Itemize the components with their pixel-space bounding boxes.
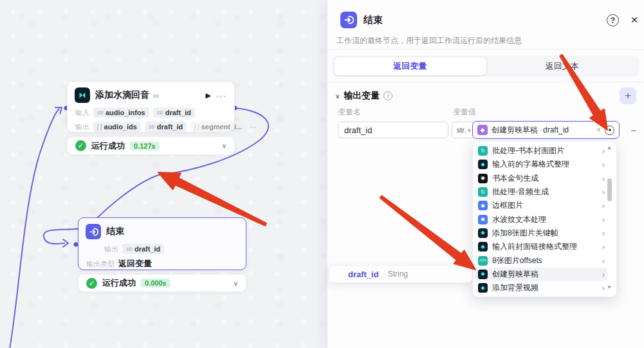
linked-workflow-icon: ∞ [153,91,159,100]
close-icon[interactable]: × [627,12,642,28]
reference-value-text: 创建剪映草稿·draft_id [492,125,569,136]
variable-name: audio_ids [104,123,137,131]
dropdown-item-label: 水波纹文本处理 [492,214,598,225]
variable-name: draft_id [157,123,183,131]
column-variable-value: 变量值 [453,107,476,118]
expand-chevron-icon[interactable]: ∨ [234,280,238,287]
dropdown-item[interactable]: ↻ 批处理-音频生成 › [475,185,607,199]
remove-variable-button[interactable]: − [629,125,639,135]
submenu-variable-type: String [388,270,408,279]
run-node-button[interactable]: ▶ [206,91,211,100]
submenu-variable-name[interactable]: draft_id [348,270,379,279]
column-variable-name: 变量名 [338,107,361,118]
bot-black-icon: ◉ [478,174,488,183]
variable-pill: str draft_id [122,244,164,254]
dropdown-item[interactable]: ◆ 输入前封面链接格式整理 › [475,240,607,253]
dropdown-item-label: 输入前的字幕格式整理 [492,159,598,170]
code-icon: </> [478,256,488,266]
dropdown-item-label: 8张图片offsets [492,255,598,266]
return-mode-tabs: 返回变量 返回文本 [333,56,639,77]
type-prefix: str [97,109,104,116]
node2-output-type-label: 输出类型 [86,259,115,269]
dropdown-item[interactable]: ◆ 添加8张图片关键帧 › [475,226,607,240]
variable-name: segment_i... [201,123,243,131]
dropdown-item[interactable]: ◆ 添加背景视频 › [475,281,607,295]
node-end[interactable]: 结束 输出 str draft_id 输出类型 返回变量 [78,217,246,270]
capcut-icon: ◆ [478,228,488,238]
panel-header: 结束 ? × 工作流的最终节点，用于返回工作流运行后的结果信息 [327,0,644,49]
chevron-down-icon: ∨ [467,127,471,133]
node2-status-text: 运行成功 [102,277,136,289]
type-prefix: [ ] [194,124,199,130]
output-variables-title: 输出变量 [344,90,380,102]
dropdown-item[interactable]: ◆ 创建剪映草稿 › [475,268,607,281]
type-select-value: str. [457,126,466,134]
dropdown-item[interactable]: </> 8张图片offsets › [475,253,607,267]
end-node-icon [86,224,101,239]
chevron-right-icon: › [602,174,605,183]
node1-status-bar[interactable]: ✓ 运行成功 0.127s ∨ [67,136,235,155]
dropdown-item-label: 输入前封面链接格式整理 [492,241,598,252]
variable-name: draft_id [134,245,160,253]
dropdown-item[interactable]: ◉ 边框图片 › [475,199,607,212]
output-overflow-dots[interactable]: ⋯ [250,123,257,131]
chevron-right-icon: › [602,160,605,169]
node2-status-bar[interactable]: ✓ 运行成功 0.000s ∨ [78,274,246,292]
ref-node-icon: ◆ [477,125,488,135]
capcut-icon: ◆ [478,160,488,169]
tab-return-variables[interactable]: 返回变量 [334,57,486,75]
capcut-node-icon [75,87,90,103]
chevron-right-icon: › [602,256,605,266]
dropdown-item-label: 添加背景视频 [492,282,598,293]
variable-value-reference-field[interactable]: ◆ 创建剪映草稿·draft_id × [472,121,620,139]
chevron-right-icon: › [602,228,605,238]
panel-subtitle: 工作流的最终节点，用于返回工作流运行后的结果信息 [336,35,522,46]
node-reference-dropdown: ↻ 批处理-书本封面图片 › ◆ 输入前的字幕格式整理 › ◉ 书本金句生成 ›… [472,141,617,297]
dropdown-item[interactable]: ◆ 输入前的字幕格式整理 › [475,158,607,171]
dropdown-item[interactable]: ↻ 批处理-书本封面图片 › [475,144,607,158]
clear-value-icon[interactable]: × [596,125,601,134]
tab-return-text[interactable]: 返回文本 [486,57,639,75]
dropdown-item[interactable]: ◉ 水波纹文本处理 › [475,212,607,226]
collapse-chevron-icon[interactable]: ∨ [335,93,340,100]
chevron-right-icon: › [602,146,605,156]
workflow-editor: 添加水滴回音 ∞ ▶ ··· 输入 str audio_infos str dr… [0,0,644,348]
info-icon[interactable]: i [383,91,392,100]
variable-pill: str draft_id [145,122,187,132]
dropdown-scrollbar[interactable] [607,178,612,201]
node-more-menu-button[interactable]: ··· [216,91,226,100]
end-node-icon [340,12,357,28]
node2-run-time: 0.000s [141,279,170,288]
locate-node-icon[interactable] [605,125,614,135]
variable-pill: [ ] audio_ids [93,122,141,132]
node-add-water-drop-echo[interactable]: 添加水滴回音 ∞ ▶ ··· 输入 str audio_infos str dr… [67,81,235,133]
bot-blue-icon: ◉ [478,201,488,210]
capcut-icon: ◆ [478,283,488,293]
bot-blue-icon: ◉ [478,215,488,224]
node1-run-time: 0.127s [130,142,160,151]
node2-output-type-value: 返回变量 [118,258,152,270]
node2-title: 结束 [106,226,124,237]
scroll-down-icon[interactable]: ▼ [606,284,612,290]
node1-status-text: 运行成功 [91,140,125,152]
chevron-right-icon: › [602,242,605,252]
variable-name-input[interactable]: draft_id [338,122,448,138]
node2-output-label: 输出 [104,244,118,254]
add-variable-button[interactable]: + [620,87,636,104]
success-check-icon: ✓ [75,140,86,151]
chevron-right-icon: › [602,201,605,210]
variable-pill: str draft_id [153,107,195,118]
dropdown-item[interactable]: ◉ 书本金句生成 › [475,172,607,185]
variable-submenu[interactable]: draft_id String [329,265,472,283]
chevron-right-icon: › [602,215,605,224]
variable-pill: str audio_infos [93,107,149,118]
dropdown-item-label: 书本金句生成 [492,173,598,184]
capcut-icon: ◆ [478,270,488,279]
node1-input-label: 输入 [75,108,89,118]
scroll-up-icon[interactable]: ▲ [606,144,612,151]
success-check-icon: ✓ [86,278,97,289]
dropdown-item-label: 批处理-音频生成 [492,187,598,197]
help-icon[interactable]: ? [607,14,619,26]
expand-chevron-icon[interactable]: ∨ [222,142,226,149]
panel-title: 结束 [363,14,383,26]
